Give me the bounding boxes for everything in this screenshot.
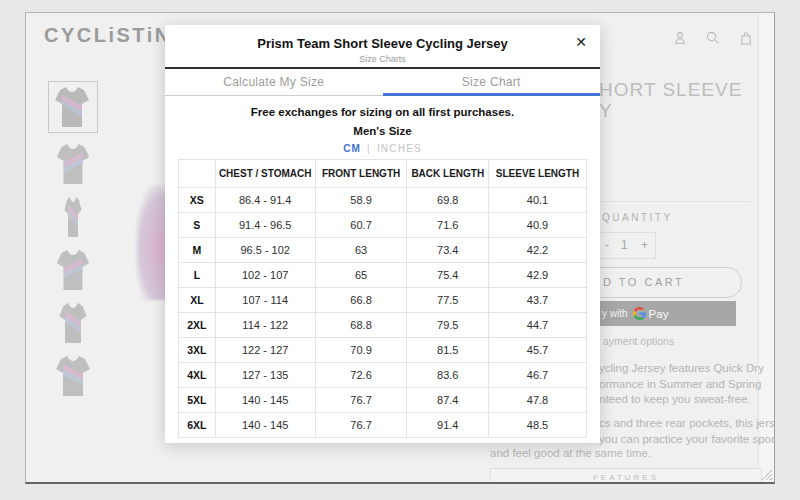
size-cell: XL	[179, 288, 216, 313]
measurement-cell: 65	[315, 263, 407, 288]
measurement-cell: 114 - 122	[215, 313, 315, 338]
measurement-cell: 81.5	[407, 338, 489, 363]
quantity-value[interactable]: 1	[621, 238, 628, 252]
measurement-cell: 91.4 - 96.5	[215, 213, 315, 238]
quantity-label: QUANTITY	[602, 212, 673, 223]
size-cell: S	[179, 213, 216, 238]
unit-cm-toggle[interactable]: CM	[343, 143, 361, 154]
size-table-row: M96.5 - 1026373.442.2	[179, 238, 587, 263]
measurement-cell: 102 - 107	[215, 263, 315, 288]
description-line: ycling Jersey features Quick Dry	[599, 361, 764, 377]
modal-title: Prism Team Short Sleeve Cycling Jersey	[165, 36, 600, 51]
description-line: you can practice your favorite sport	[599, 432, 775, 448]
size-table-row: 2XL114 - 12268.879.544.7	[179, 313, 587, 338]
measurement-cell: 83.6	[407, 363, 489, 388]
size-table-row: 4XL127 - 13572.683.646.7	[179, 363, 587, 388]
measurement-cell: 107 - 114	[215, 288, 315, 313]
product-title-fragment: Y	[599, 100, 613, 122]
size-cell: 3XL	[179, 338, 216, 363]
size-cell: M	[179, 238, 216, 263]
product-thumbnail[interactable]	[53, 301, 93, 345]
product-description-1: ycling Jersey features Quick Dryormance …	[599, 361, 764, 408]
size-table-row: XL107 - 11466.877.543.7	[179, 288, 587, 313]
measurement-cell: 86.4 - 91.4	[215, 188, 315, 213]
product-description-last-line: and feel good at the same time.	[490, 447, 651, 459]
measurement-cell: 68.8	[315, 313, 407, 338]
size-table-wrap: CHEST / STOMACHFRONT LENGTHBACK LENGTHSL…	[178, 159, 587, 438]
modal-tabbar: Calculate My Size Size Chart	[165, 67, 600, 96]
measurement-cell: 75.4	[407, 263, 489, 288]
quantity-decrease-button[interactable]: -	[605, 238, 609, 252]
divider	[599, 201, 751, 202]
measurement-cell: 43.7	[489, 288, 587, 313]
google-g-icon	[633, 307, 646, 320]
measurement-cell: 73.4	[407, 238, 489, 263]
measurement-cell: 76.7	[315, 413, 407, 438]
product-thumbnail-list	[46, 81, 100, 398]
measurement-cell: 70.9	[315, 338, 407, 363]
features-accordion[interactable]: FEATURES	[490, 468, 762, 484]
measurement-cell: 96.5 - 102	[215, 238, 315, 263]
size-cell: 4XL	[179, 363, 216, 388]
search-icon[interactable]	[704, 29, 722, 47]
size-table-row: S91.4 - 96.560.771.640.9	[179, 213, 587, 238]
measurement-cell: 79.5	[407, 313, 489, 338]
measurement-cell: 46.7	[489, 363, 587, 388]
measurement-cell: 48.5	[489, 413, 587, 438]
header-icons	[671, 29, 755, 47]
product-thumbnail[interactable]	[53, 142, 93, 186]
tab-size-chart[interactable]: Size Chart	[383, 69, 601, 95]
measurement-cell: 45.7	[489, 338, 587, 363]
measurement-cell: 40.9	[489, 213, 587, 238]
measurement-cell: 63	[315, 238, 407, 263]
measurement-cell: 47.8	[489, 388, 587, 413]
measurement-cell: 71.6	[407, 213, 489, 238]
product-title-fragment: HORT SLEEVE	[599, 79, 742, 101]
size-table-header-cell: CHEST / STOMACH	[215, 160, 315, 188]
unit-inches-toggle[interactable]: INCHES	[377, 143, 422, 154]
quantity-increase-button[interactable]: +	[641, 238, 648, 252]
measurement-cell: 127 - 135	[215, 363, 315, 388]
measurement-cell: 91.4	[407, 413, 489, 438]
size-table-row: L102 - 1076575.442.9	[179, 263, 587, 288]
cart-icon[interactable]	[737, 29, 755, 47]
size-table-header-cell: BACK LENGTH	[407, 160, 489, 188]
unit-toggle: CM|INCHES	[165, 143, 600, 154]
product-image-edge	[136, 185, 168, 300]
measurement-cell: 66.8	[315, 288, 407, 313]
size-table-row: XS86.4 - 91.458.969.840.1	[179, 188, 587, 213]
size-cell: 2XL	[179, 313, 216, 338]
modal-header: Prism Team Short Sleeve Cycling Jersey S…	[165, 25, 600, 64]
modal-subtitle: Size Charts	[165, 54, 600, 64]
product-thumbnail[interactable]	[53, 248, 93, 292]
section-title: Men's Size	[165, 125, 600, 137]
size-cell: XS	[179, 188, 216, 213]
size-table-row: 3XL122 - 12770.981.545.7	[179, 338, 587, 363]
size-table-header-row: CHEST / STOMACHFRONT LENGTHBACK LENGTHSL…	[179, 160, 587, 188]
close-icon[interactable]: ✕	[575, 34, 587, 50]
measurement-cell: 87.4	[407, 388, 489, 413]
measurement-cell: 40.1	[489, 188, 587, 213]
size-table-header-cell: SLEEVE LENGTH	[489, 160, 587, 188]
more-payment-options-link[interactable]: ayment options	[603, 335, 674, 347]
measurement-cell: 44.7	[489, 313, 587, 338]
size-cell: 6XL	[179, 413, 216, 438]
tab-calculate-my-size[interactable]: Calculate My Size	[165, 69, 383, 95]
product-thumbnail-selected[interactable]	[48, 81, 98, 133]
unit-divider: |	[367, 143, 371, 154]
measurement-cell: 42.2	[489, 238, 587, 263]
measurement-cell: 72.6	[315, 363, 407, 388]
gpay-label: Pay	[649, 308, 669, 320]
size-chart-modal: Prism Team Short Sleeve Cycling Jersey S…	[165, 25, 600, 443]
product-thumbnail[interactable]	[53, 354, 93, 398]
measurement-cell: 140 - 145	[215, 388, 315, 413]
measurement-cell: 60.7	[315, 213, 407, 238]
product-thumbnail[interactable]	[53, 195, 93, 239]
measurement-cell: 76.7	[315, 388, 407, 413]
description-line: nteed to keep you sweat-free.	[599, 392, 764, 408]
account-icon[interactable]	[671, 29, 689, 47]
measurement-cell: 122 - 127	[215, 338, 315, 363]
measurement-cell: 58.9	[315, 188, 407, 213]
size-table-header-cell: FRONT LENGTH	[315, 160, 407, 188]
gpay-prefix: y with	[602, 308, 628, 319]
